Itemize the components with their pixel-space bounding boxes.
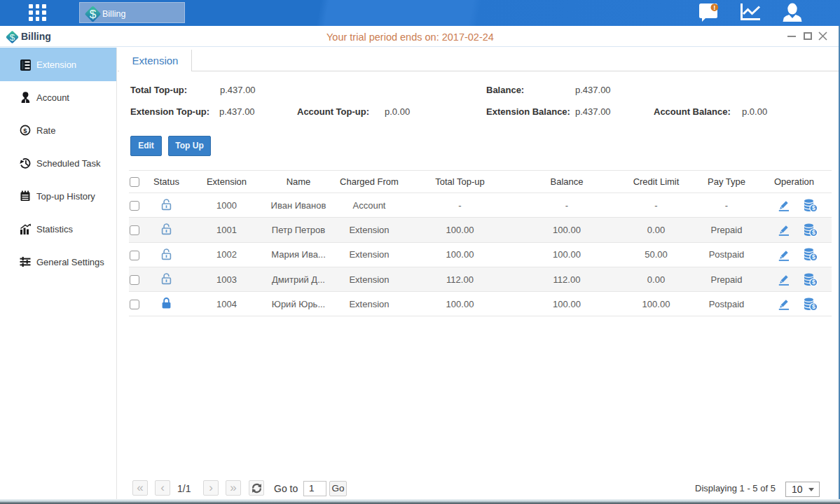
svg-text:$: $	[812, 229, 815, 236]
svg-text:$: $	[23, 127, 27, 134]
svg-text:$: $	[90, 7, 97, 21]
svg-text:$: $	[10, 32, 15, 43]
svg-text:$: $	[812, 279, 815, 286]
svg-text:$: $	[812, 204, 815, 211]
svg-text:$: $	[812, 254, 815, 261]
svg-text:$: $	[812, 303, 815, 310]
svg-text:!: !	[713, 4, 715, 11]
